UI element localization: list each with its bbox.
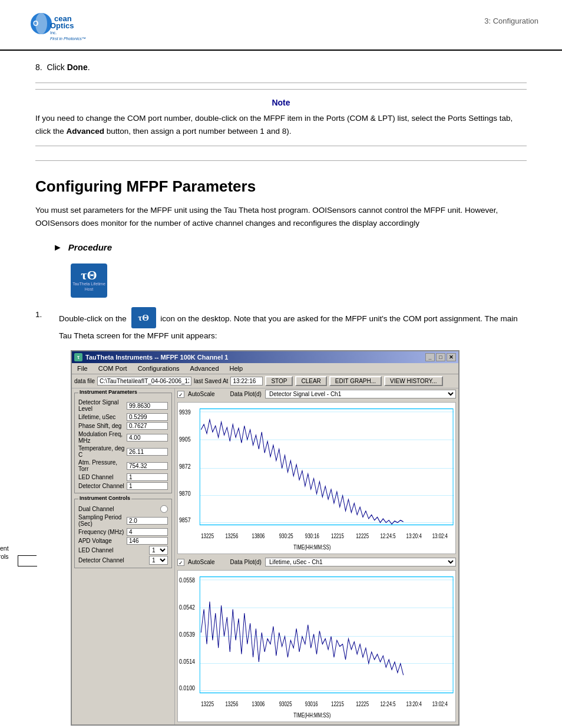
step-8-done: Done xyxy=(67,62,88,72)
page-header: cean Optics Inc. First in Photonics™ O 3… xyxy=(0,0,562,51)
ctrl-radio-dual[interactable] xyxy=(160,505,168,513)
chart2-autoscale-label: AutoScale xyxy=(188,559,215,565)
svg-text:13:20:4: 13:20:4 xyxy=(406,533,422,539)
last-saved-label: last Saved At xyxy=(194,378,228,384)
svg-text:Inc.: Inc. xyxy=(50,31,57,35)
param-value-4: 26.11 xyxy=(127,448,168,456)
step-1-text: Double-click on the τΘ icon on the deskt… xyxy=(59,308,527,342)
instrument-controls-title: Instrument Controls xyxy=(78,495,131,501)
menu-configurations[interactable]: Configurations xyxy=(136,364,181,373)
param-label-3: Modulation Freq, MHz xyxy=(78,431,127,444)
ctrl-row-detector: Detector Channel 1 xyxy=(77,555,169,565)
ic-arrow-v xyxy=(18,555,18,566)
menu-advanced[interactable]: Advanced xyxy=(189,364,221,373)
screenshot: τ TauTheta Instruments -- MFPF 100K Chan… xyxy=(71,350,459,726)
chart1-autoscale-label: AutoScale xyxy=(188,391,215,397)
stop-button[interactable]: STOP xyxy=(265,376,293,386)
window-controls[interactable]: _ □ ✕ xyxy=(425,353,456,361)
param-value-6: 1 xyxy=(127,473,168,481)
ctrl-row-sampling: Sampling Period (Sec) 2.0 xyxy=(77,513,169,528)
svg-text:93016: 93016 xyxy=(305,701,318,707)
svg-text:13256: 13256 xyxy=(225,533,238,539)
chart2-dataplot-label: Data Plot(d) xyxy=(230,559,262,565)
svg-text:13225: 13225 xyxy=(201,533,214,539)
chart2-autoscale-checkbox[interactable]: ✓ xyxy=(177,559,184,566)
edit-graph-button[interactable]: EDIT GRAPH... xyxy=(329,376,382,386)
param-label-5: Atm. Pressure, Torr xyxy=(78,459,127,472)
close-button[interactable]: ✕ xyxy=(447,353,456,361)
chapter-label: 3: Configuration xyxy=(484,11,538,25)
chart1-svg: 9939 9905 9872 9870 9857 xyxy=(178,403,455,554)
svg-text:0.0539: 0.0539 xyxy=(179,631,195,638)
last-saved-input[interactable] xyxy=(230,377,263,386)
instrument-controls-content: Dual Channel Sampling Period (Sec) 2.0 F… xyxy=(77,505,169,565)
svg-text:13:02:4: 13:02:4 xyxy=(432,533,448,539)
app-titlebar: τ TauTheta Instruments -- MFPF 100K Chan… xyxy=(72,351,458,363)
instrument-params-title: Instrument Parameters xyxy=(78,389,138,395)
ctrl-value-sampling: 2.0 xyxy=(127,517,168,525)
section-heading: Configuring MFPF Parameters xyxy=(35,177,527,196)
ctrl-label-dual: Dual Channel xyxy=(78,506,114,512)
ctrl-select-detector[interactable]: 1 xyxy=(149,556,168,565)
svg-text:Optics: Optics xyxy=(50,21,74,30)
chart1-dataplot-label: Data Plot(d) xyxy=(230,391,262,397)
inline-tau-theta-icon: τΘ xyxy=(131,307,156,328)
svg-text:13225: 13225 xyxy=(201,701,214,707)
param-value-1: 0.5299 xyxy=(127,413,168,421)
chart1-header: ✓ AutoScale Data Plot(d) Detector Signal… xyxy=(175,388,458,400)
menu-help[interactable]: Help xyxy=(228,364,245,373)
note-text: If you need to change the COM port numbe… xyxy=(35,112,527,137)
chart2-header: ✓ AutoScale Data Plot(d) Lifetime, uSec … xyxy=(175,556,458,568)
ctrl-value-apd: 146 xyxy=(127,537,168,545)
svg-text:12215: 12215 xyxy=(331,533,344,539)
step-1-row: 1. Double-click on the τΘ icon on the de… xyxy=(35,308,527,342)
param-value-2: 0.7627 xyxy=(127,422,168,430)
svg-text:12:24:5: 12:24:5 xyxy=(380,533,395,539)
app-menubar: File COM Port Configurations Advanced He… xyxy=(72,363,458,374)
logo-svg: cean Optics Inc. First in Photonics™ O xyxy=(24,11,88,45)
view-history-button[interactable]: VIEW HISTORY... xyxy=(384,376,442,386)
icon-sub: TauTheta LifetimeHost xyxy=(72,282,105,292)
ctrl-row-led: LED Channel 1 xyxy=(77,545,169,555)
menu-comport[interactable]: COM Port xyxy=(97,364,129,373)
chart1-autoscale-checkbox[interactable]: ✓ xyxy=(177,391,184,398)
svg-text:0.0100: 0.0100 xyxy=(179,685,195,692)
data-file-label: data file xyxy=(74,378,95,384)
ctrl-label-sampling: Sampling Period (Sec) xyxy=(78,514,127,527)
svg-text:0.0558: 0.0558 xyxy=(179,577,195,584)
param-row-detector: Detector Channel 1 xyxy=(77,482,169,490)
menu-file[interactable]: File xyxy=(75,364,90,373)
step-1-number: 1. xyxy=(35,308,54,321)
data-file-input[interactable] xyxy=(97,377,191,386)
param-label-7: Detector Channel xyxy=(78,483,124,489)
note-advanced: Advanced xyxy=(67,127,105,136)
tau-theta-icon: τΘ TauTheta LifetimeHost xyxy=(71,263,107,298)
inline-icon-letter: τΘ xyxy=(131,307,156,328)
note-text-2: button, then assign a port number betwee… xyxy=(104,127,291,136)
right-panel: ✓ AutoScale Data Plot(d) Detector Signal… xyxy=(175,388,458,724)
param-row-phaseshift: Phase Shift, deg 0.7627 xyxy=(77,421,169,430)
chart2-dropdown[interactable]: Lifetime, uSec - Ch1 xyxy=(265,558,456,566)
instrument-params-group: Instrument Parameters Detector Signal Le… xyxy=(74,393,172,493)
logo-area: cean Optics Inc. First in Photonics™ O xyxy=(24,11,88,45)
minimize-button[interactable]: _ xyxy=(425,353,435,361)
param-label-6: LED Channel xyxy=(78,474,113,480)
note-title: Note xyxy=(35,98,527,107)
ctrl-label-apd: APD Voltage xyxy=(78,538,112,544)
svg-text:13:02:4: 13:02:4 xyxy=(432,701,448,707)
ctrl-select-led[interactable]: 1 xyxy=(149,546,168,555)
titlebar-title-area: τ TauTheta Instruments -- MFPF 100K Chan… xyxy=(74,353,228,361)
ctrl-label-led: LED Channel xyxy=(78,547,113,554)
divider-1 xyxy=(35,83,527,83)
param-row-lifetime: Lifetime, uSec 0.5299 xyxy=(77,413,169,421)
chart1-dropdown[interactable]: Detector Signal Level - Ch1 xyxy=(265,390,456,398)
restore-button[interactable]: □ xyxy=(436,353,445,361)
param-row-detector-signal: Detector Signal Level 99.8630 xyxy=(77,398,169,413)
ctrl-label-detector: Detector Channel xyxy=(78,557,124,564)
clear-button[interactable]: CLEAR xyxy=(295,376,326,386)
app-icon: τ xyxy=(74,353,82,361)
instrument-controls-group: Instrument Controls Dual Channel Samplin… xyxy=(74,499,172,568)
svg-text:First in Photonics™: First in Photonics™ xyxy=(50,37,86,41)
ctrl-label-freq: Frequency (MHz) xyxy=(78,529,124,535)
param-row-modfreq: Modulation Freq, MHz 4.00 xyxy=(77,430,169,444)
